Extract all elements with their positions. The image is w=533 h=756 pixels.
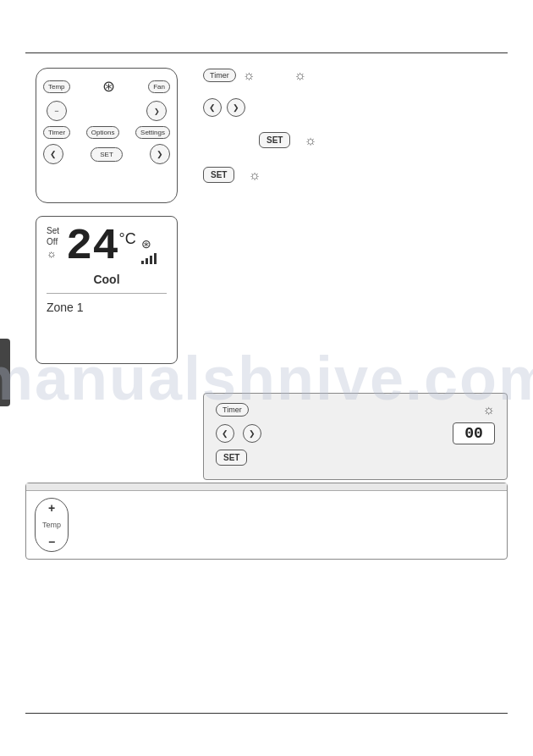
instr-right-btn[interactable]: ❯ — [227, 98, 245, 117]
bottom-outer-box: + Temp − — [25, 483, 508, 560]
timer-subbox: Timer ☼ ❮ ❯ 00 SET — [203, 393, 508, 480]
display-off-label: Off — [47, 236, 59, 247]
remote-options-btn[interactable]: Options — [86, 126, 120, 139]
temp-label: Temp — [42, 521, 61, 529]
display-temperature: 24 — [66, 225, 118, 269]
temp-btn-group: + Temp − — [35, 498, 69, 552]
instr-sun1-icon: ☼ — [243, 68, 256, 83]
instr-sun3-icon: ☼ — [304, 133, 316, 148]
instructions-area: Timer ☼ ☼ ❮ ❯ SET ☼ SET ☼ — [203, 68, 508, 191]
remote-timer-btn[interactable]: Timer — [43, 126, 70, 139]
display-divider — [47, 293, 167, 294]
timer-subbox-left-btn[interactable]: ❮ — [216, 424, 234, 443]
timer-subbox-sun-icon: ☼ — [482, 402, 495, 417]
temp-plus-btn[interactable]: + — [48, 502, 55, 514]
instr-sun4-icon: ☼ — [248, 168, 261, 183]
display-set-off: Set Off ☼ — [47, 225, 59, 262]
timer-subbox-right-btn[interactable]: ❯ — [243, 424, 261, 443]
display-mode: Cool — [47, 273, 167, 286]
temp-minus-btn[interactable]: − — [48, 536, 55, 548]
instr-timer-btn[interactable]: Timer — [203, 69, 236, 82]
display-degree: °C — [118, 230, 135, 248]
display-zone: Zone 1 — [47, 301, 167, 314]
timer-digit-display: 00 — [453, 422, 495, 444]
display-set-label: Set — [47, 225, 59, 236]
remote-settings-btn[interactable]: Settings — [135, 126, 170, 139]
display-fan-bars — [141, 251, 157, 264]
sidebar-tab — [0, 339, 10, 406]
bottom-header — [26, 483, 507, 491]
lcd-display: Set Off ☼ 24 °C ⊛ Cool Zone 1 — [36, 216, 178, 364]
remote-control: Temp ⊛ Fan − ❯ Timer Options Settings ❮ … — [36, 68, 178, 203]
timer-subbox-timer-btn[interactable]: Timer — [216, 403, 249, 417]
instr-set-btn1[interactable]: SET — [259, 132, 290, 148]
display-sun-icon: ☼ — [47, 247, 59, 262]
remote-right-btn[interactable]: ❯ — [150, 144, 170, 164]
bottom-inner: + Temp − — [26, 491, 507, 559]
remote-fan-btn[interactable]: Fan — [148, 80, 170, 93]
top-divider — [25, 52, 508, 53]
instr-left-btn[interactable]: ❮ — [203, 98, 222, 117]
step-1: Timer ☼ ☼ — [203, 68, 508, 86]
remote-temp-minus-btn[interactable]: − — [47, 101, 67, 121]
instr-sun2-icon: ☼ — [294, 68, 306, 83]
remote-left-btn[interactable]: ❮ — [43, 144, 63, 164]
remote-fan-icon: ⊛ — [102, 77, 115, 96]
timer-subbox-set-btn[interactable]: SET — [216, 450, 247, 466]
display-fan-icon: ⊛ — [141, 237, 157, 251]
instr-set-btn2[interactable]: SET — [203, 167, 234, 183]
bottom-section: + Temp − — [25, 483, 508, 566]
remote-fan-down-btn[interactable]: ❯ — [146, 101, 167, 121]
step-2: ❮ ❯ — [203, 98, 508, 120]
remote-set-btn[interactable]: SET — [91, 147, 123, 162]
bottom-divider — [25, 713, 508, 714]
remote-temp-btn[interactable]: Temp — [43, 80, 70, 93]
